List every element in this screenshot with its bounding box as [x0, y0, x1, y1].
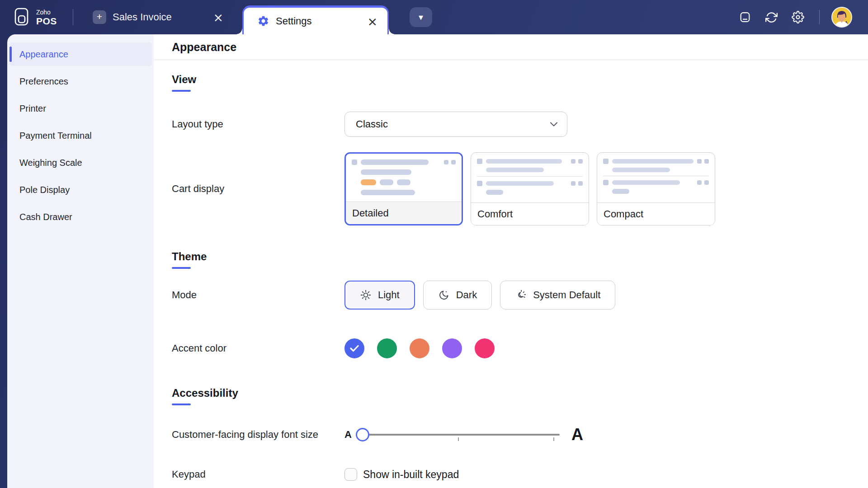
cart-display-label: Cart display — [172, 183, 344, 195]
keypad-row: Keypad Show in-built keypad — [172, 462, 868, 487]
mode-option-system-default[interactable]: System Default — [500, 281, 615, 310]
sun-icon — [360, 289, 372, 301]
heading-underline — [172, 90, 191, 92]
font-size-min-symbol: A — [344, 429, 352, 441]
section-heading-view: View — [172, 73, 196, 92]
accent-swatch-pink[interactable] — [475, 338, 495, 358]
moon-icon — [438, 289, 450, 301]
mode-option-label: Dark — [456, 289, 477, 301]
gear-icon[interactable] — [789, 8, 807, 26]
heading-underline — [172, 267, 191, 269]
tab-sales-invoice-label: Sales Invoice — [113, 11, 172, 23]
accent-swatch-green[interactable] — [377, 338, 397, 358]
layout-type-select[interactable]: Classic — [344, 112, 567, 137]
accent-swatch-blue-selected[interactable] — [344, 338, 364, 358]
sidebar-item-preferences[interactable]: Preferences — [9, 70, 152, 93]
cart-display-option-label: Compact — [597, 202, 715, 225]
cart-display-option-compact[interactable]: Compact — [597, 152, 715, 225]
tab-settings-label: Settings — [276, 15, 312, 27]
font-size-slider[interactable] — [363, 427, 560, 442]
sidebar-item-weighing-scale[interactable]: Weighing Scale — [9, 151, 152, 174]
cart-display-row: Cart display Detailed — [172, 152, 868, 225]
mode-option-light[interactable]: Light — [344, 281, 415, 310]
accent-color-row: Accent color — [172, 338, 868, 359]
settings-gear-icon — [257, 15, 269, 27]
sun-moon-icon — [515, 289, 527, 301]
sidebar-item-label: Weighing Scale — [19, 158, 82, 168]
slider-tick — [553, 437, 554, 441]
slider-handle[interactable] — [356, 428, 369, 441]
cart-display-option-label: Detailed — [346, 202, 462, 224]
settings-sidebar: Appearance Preferences Printer Payment T… — [7, 34, 154, 488]
section-heading-accessibility: Accessibility — [172, 387, 238, 405]
zoho-pos-logo: Zoho POS — [14, 0, 57, 34]
font-size-max-symbol: A — [571, 425, 583, 444]
sidebar-item-label: Appearance — [19, 49, 68, 60]
tab-settings[interactable]: Settings × — [242, 5, 389, 34]
heading-underline — [172, 404, 191, 405]
font-size-label: Customer-facing display font size — [172, 429, 344, 441]
comfort-preview — [471, 153, 589, 195]
font-size-row: Customer-facing display font size A A — [172, 422, 868, 447]
show-keypad-checkbox[interactable] — [344, 468, 357, 481]
sidebar-item-appearance[interactable]: Appearance — [9, 42, 152, 66]
accent-color-label: Accent color — [172, 343, 344, 354]
check-icon — [350, 345, 359, 352]
sidebar-item-payment-terminal[interactable]: Payment Terminal — [9, 124, 152, 147]
sidebar-item-label: Printer — [19, 103, 46, 114]
sidebar-item-printer[interactable]: Printer — [9, 97, 152, 120]
panel-header: Appearance — [154, 34, 868, 60]
layout-type-value: Classic — [356, 118, 388, 130]
tab-sales-invoice[interactable]: + Sales Invoice × — [82, 0, 231, 34]
selected-indicator — [9, 47, 12, 62]
sidebar-item-pole-display[interactable]: Pole Display — [9, 178, 152, 202]
close-settings-tab-icon[interactable]: × — [367, 15, 377, 27]
sidebar-item-cash-drawer[interactable]: Cash Drawer — [9, 205, 152, 229]
sidebar-item-label: Cash Drawer — [19, 212, 72, 222]
compact-preview — [597, 153, 715, 194]
user-avatar[interactable] — [831, 7, 852, 28]
cart-display-option-comfort[interactable]: Comfort — [471, 152, 589, 225]
tab-separator — [73, 9, 73, 25]
topbar-divider — [819, 10, 820, 24]
appearance-settings-panel: Appearance View Layout type Classic Cart… — [154, 34, 868, 488]
section-heading-theme: Theme — [172, 250, 207, 269]
mode-label: Mode — [172, 289, 344, 301]
sidebar-item-label: Payment Terminal — [19, 131, 92, 141]
show-keypad-checkbox-label: Show in-built keypad — [363, 469, 459, 481]
mode-option-label: Light — [378, 289, 400, 301]
accent-swatch-purple[interactable] — [442, 338, 462, 358]
accent-swatch-coral[interactable] — [410, 338, 429, 358]
mode-option-label: System Default — [533, 289, 600, 301]
detailed-preview — [346, 154, 462, 195]
layout-type-row: Layout type Classic — [172, 112, 868, 137]
logo-brand-text: Zoho — [36, 9, 57, 15]
slider-tick — [458, 437, 459, 441]
mode-option-dark[interactable]: Dark — [423, 281, 492, 310]
chevron-down-icon: ▼ — [419, 14, 423, 21]
theme-mode-row: Mode Light Dark — [172, 280, 868, 310]
customer-display-icon[interactable] — [736, 8, 754, 26]
cart-display-option-label: Comfort — [471, 202, 589, 225]
sidebar-item-label: Preferences — [19, 76, 68, 87]
zoho-pos-logo-icon — [14, 7, 32, 28]
tab-overflow-button[interactable]: ▼ — [410, 7, 432, 27]
page-title: Appearance — [172, 41, 236, 54]
keypad-label: Keypad — [172, 469, 344, 480]
new-sale-plus-icon[interactable]: + — [93, 10, 106, 24]
chevron-down-icon — [550, 122, 558, 127]
logo-product-text: POS — [36, 16, 57, 26]
sync-icon[interactable] — [762, 8, 780, 26]
layout-type-label: Layout type — [172, 118, 344, 130]
cart-display-option-detailed[interactable]: Detailed — [344, 152, 463, 225]
close-tab-icon[interactable]: × — [213, 11, 223, 23]
slider-track[interactable] — [363, 434, 560, 436]
sidebar-item-label: Pole Display — [19, 185, 70, 195]
top-bar: Zoho POS + Sales Invoice × Settings × ▼ — [0, 0, 868, 34]
